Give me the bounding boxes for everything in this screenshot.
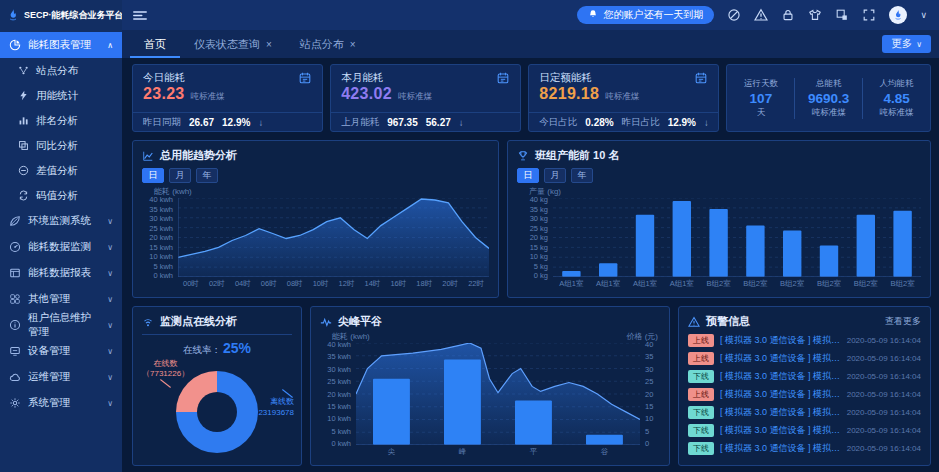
y-axis-ticks-right: 4035302520151050	[640, 340, 660, 448]
alert-row[interactable]: 下线[ 模拟器 3.0 通信设备 ] 模拟器 3.0...2020-05-09 …	[688, 406, 921, 419]
slash-circle-icon[interactable]	[727, 8, 741, 22]
alert-row[interactable]: 下线[ 模拟器 3.0 通信设备 ] 模拟器 3.0...2020-05-09 …	[688, 370, 921, 383]
online-rate-value: 25%	[223, 340, 251, 356]
pie-chart-icon	[9, 39, 21, 51]
tabbar: 首页仪表状态查询×站点分布× 更多 ∨	[122, 30, 939, 58]
tab-仪表状态查询[interactable]: 仪表状态查询×	[180, 30, 286, 58]
tab-站点分布[interactable]: 站点分布×	[286, 30, 370, 58]
menu-collapse-icon[interactable]	[132, 9, 148, 22]
chevron-icon: ∨	[107, 295, 113, 304]
chevron-down-icon[interactable]: ∨	[920, 10, 927, 20]
sidebar-item[interactable]: 能耗图表管理∧	[0, 32, 122, 58]
period-tab-月[interactable]: 月	[544, 168, 566, 183]
alert-row[interactable]: 上线[ 模拟器 3.0 通信设备 ] 模拟器 3.0...2020-05-09 …	[688, 388, 921, 401]
sidebar-subitem-label: 码值分析	[36, 189, 78, 203]
period-tab-年[interactable]: 年	[571, 168, 593, 183]
sidebar-item[interactable]: 环境监测系统∨	[0, 208, 122, 234]
x-tick: B组2室	[774, 279, 811, 289]
alert-row[interactable]: 下线[ 模拟器 3.0 通信设备 ] 模拟器 3.0...2020-05-09 …	[688, 424, 921, 437]
windows-stack-icon[interactable]	[835, 8, 849, 22]
sidebar-subitem[interactable]: 站点分布	[0, 58, 122, 83]
sidebar-subitem[interactable]: 用能统计	[0, 83, 122, 108]
wifi-icon	[142, 316, 154, 328]
sidebar-subitem-label: 同比分析	[36, 139, 78, 153]
kpi-footer: 昨日同期26.6712.9%↓	[133, 112, 322, 131]
sidebar-item[interactable]: 其他管理∨	[0, 286, 122, 312]
chevron-icon: ∨	[107, 217, 113, 226]
stat-label: 运行天数	[727, 78, 794, 90]
brand[interactable]: SECP·能耗综合业务平台	[0, 0, 122, 30]
alert-row[interactable]: 下线[ 模拟器 3.0 通信设备 ] 模拟器 3.0...2020-05-09 …	[688, 442, 921, 455]
view-more-link[interactable]: 查看更多	[885, 315, 921, 328]
x-tick: A组1室	[627, 279, 664, 289]
charts-row-1: 总用能趋势分析 日月年 能耗 (kwh) 40 kwh35 kwh30 kwh2…	[132, 140, 931, 298]
trend-area-chart	[178, 198, 489, 277]
kpi-footer-num: 967.35	[387, 117, 418, 128]
online-rate-label: 在线率：	[183, 344, 221, 355]
x-tick: 00时	[178, 279, 204, 289]
period-tab-月[interactable]: 月	[169, 168, 191, 183]
period-tab-年[interactable]: 年	[196, 168, 218, 183]
kpi-footer-arrow: ↓	[258, 117, 263, 128]
panel-head: 监测点在线分析	[142, 314, 292, 335]
sidebar-item[interactable]: 能耗数据监测∨	[0, 234, 122, 260]
sidebar-item[interactable]: 系统管理∨	[0, 390, 122, 416]
online-count-label: 在线数（7731226）	[142, 359, 189, 384]
header-icon-group	[727, 8, 876, 22]
alert-row[interactable]: 上线[ 模拟器 3.0 通信设备 ] 模拟器 3.0...2020-05-09 …	[688, 334, 921, 347]
sidebar-subitem[interactable]: 同比分析	[0, 133, 122, 158]
kpi-footer-num: 0.28%	[585, 117, 613, 128]
x-tick: 谷	[569, 447, 640, 457]
kpi-footer-label: 昨日同期	[143, 116, 181, 129]
x-tick: 08时	[282, 279, 308, 289]
lock-icon[interactable]	[781, 8, 795, 22]
tab-label: 仪表状态查询	[194, 37, 260, 52]
stat-运行天数: 运行天数107天	[727, 78, 794, 119]
dashboard-content: 今日能耗23.23吨标准煤昨日同期26.6712.9%↓本月能耗423.02吨标…	[122, 58, 939, 472]
stat-value: 9690.3	[795, 91, 862, 106]
alert-list: 上线[ 模拟器 3.0 通信设备 ] 模拟器 3.0...2020-05-09 …	[688, 331, 921, 458]
more-button[interactable]: 更多 ∨	[882, 35, 931, 53]
sidebar-subitem[interactable]: 排名分析	[0, 108, 122, 133]
panel-title: 班组产能前 10 名	[535, 148, 619, 163]
x-tick: 尖	[356, 447, 427, 457]
close-tab-icon[interactable]: ×	[350, 39, 356, 50]
sidebar-item[interactable]: 能耗数据报表∨	[0, 260, 122, 286]
alert-row[interactable]: 上线[ 模拟器 3.0 通信设备 ] 模拟器 3.0...2020-05-09 …	[688, 352, 921, 365]
stat-unit: 吨标准煤	[863, 107, 930, 119]
chevron-icon: ∨	[107, 269, 113, 278]
alert-text: [ 模拟器 3.0 通信设备 ] 模拟器 3.0...	[720, 406, 841, 419]
tab-label: 站点分布	[300, 37, 344, 52]
kpi-footer: 上月能耗967.3556.27↓	[331, 112, 520, 131]
sidebar-item[interactable]: 运维管理∨	[0, 364, 122, 390]
site-scatter-icon	[18, 65, 29, 76]
account-expiry-notice[interactable]: 您的账户还有一天到期	[577, 6, 714, 24]
warning-triangle-icon[interactable]	[754, 8, 768, 22]
tshirt-icon[interactable]	[808, 8, 822, 22]
fullscreen-icon[interactable]	[862, 8, 876, 22]
gear-icon	[9, 397, 21, 409]
sidebar-item[interactable]: 租户信息维护管理∨	[0, 312, 122, 338]
period-tab-日[interactable]: 日	[517, 168, 539, 183]
user-avatar[interactable]	[889, 6, 907, 24]
sidebar-subitem[interactable]: 差值分析	[0, 158, 122, 183]
stat-unit: 天	[727, 107, 794, 119]
x-tick: 04时	[230, 279, 256, 289]
y-axis-ticks: 40 kwh35 kwh30 kwh25 kwh20 kwh15 kwh10 k…	[142, 195, 178, 280]
close-tab-icon[interactable]: ×	[266, 39, 272, 50]
ranking-bars-icon	[18, 115, 29, 126]
panel-head: 尖峰平谷	[320, 314, 660, 329]
kpi-row: 今日能耗23.23吨标准煤昨日同期26.6712.9%↓本月能耗423.02吨标…	[132, 64, 931, 132]
sidebar-item[interactable]: 设备管理∨	[0, 338, 122, 364]
open-tabs: 首页仪表状态查询×站点分布×	[130, 30, 370, 58]
x-tick: 峰	[427, 447, 498, 457]
period-tab-日[interactable]: 日	[142, 168, 164, 183]
stat-unit: 吨标准煤	[795, 107, 862, 119]
x-tick: A组1室	[590, 279, 627, 289]
brand-flame-icon	[6, 8, 20, 22]
alert-time: 2020-05-09 16:14:04	[847, 372, 921, 381]
tab-首页[interactable]: 首页	[130, 30, 180, 58]
sidebar-subitem[interactable]: 码值分析	[0, 183, 122, 208]
calendar-quota-icon	[694, 71, 708, 85]
sidebar-item-label: 系统管理	[28, 396, 70, 410]
